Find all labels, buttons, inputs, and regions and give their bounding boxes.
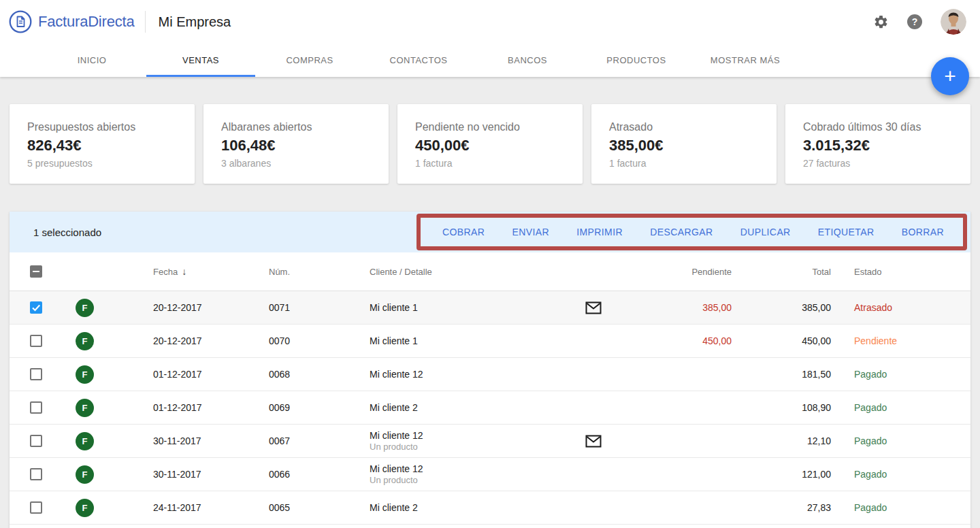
action-cobrar[interactable]: COBRAR bbox=[441, 222, 486, 242]
column-pendiente[interactable]: Pendiente bbox=[614, 267, 732, 277]
envelope-icon bbox=[585, 301, 602, 314]
row-estado: Pagado bbox=[831, 469, 970, 480]
row-total: 12,10 bbox=[732, 435, 831, 446]
column-fecha[interactable]: Fecha↓ bbox=[114, 266, 230, 277]
summary-card[interactable]: Albaranes abiertos 106,48€ 3 albaranes bbox=[203, 104, 389, 184]
tab-bancos[interactable]: BANCOS bbox=[473, 44, 582, 77]
factura-badge-icon: F bbox=[76, 432, 94, 450]
row-fecha: 20-12-2017 bbox=[114, 302, 230, 313]
brand-logo[interactable]: FacturaDirecta bbox=[9, 10, 134, 33]
row-cliente: Mi cliente 12 bbox=[370, 369, 573, 380]
table-row[interactable]: F30-11-20170067Mi cliente 12Un producto1… bbox=[10, 425, 970, 458]
summary-card[interactable]: Cobrado últimos 30 días 3.015,32€ 27 fac… bbox=[785, 104, 970, 184]
indeterminate-icon bbox=[33, 271, 39, 272]
table-row-partial[interactable]: F bbox=[10, 525, 970, 528]
table-row[interactable]: F20-12-20170070Mi cliente 1450,00450,00P… bbox=[10, 325, 970, 358]
row-fecha: 30-11-2017 bbox=[114, 469, 230, 480]
card-value: 106,48€ bbox=[221, 137, 371, 154]
help-button[interactable]: ? bbox=[906, 14, 923, 30]
summary-card[interactable]: Pendiente no vencido 450,00€ 1 factura bbox=[397, 104, 583, 184]
factura-badge-icon: F bbox=[76, 299, 94, 317]
row-checkbox[interactable] bbox=[30, 335, 42, 347]
row-num: 0067 bbox=[230, 435, 331, 446]
invoices-panel: 1 seleccionado COBRARENVIARIMPRIMIRDESCA… bbox=[10, 212, 970, 528]
row-checkbox[interactable] bbox=[30, 368, 42, 380]
column-num[interactable]: Núm. bbox=[230, 267, 331, 277]
row-estado: Pagado bbox=[831, 402, 970, 413]
gear-icon bbox=[873, 14, 889, 30]
row-num: 0068 bbox=[230, 369, 331, 380]
row-pendiente: 450,00 bbox=[614, 335, 732, 346]
table-row[interactable]: F20-12-20170071Mi cliente 1385,00385,00A… bbox=[10, 291, 970, 325]
top-bar: FacturaDirecta Mi Empresa ? bbox=[0, 0, 980, 44]
row-num: 0069 bbox=[230, 402, 331, 413]
settings-button[interactable] bbox=[872, 14, 889, 30]
tab-contactos[interactable]: CONTACTOS bbox=[364, 44, 473, 77]
brand-name: FacturaDirecta bbox=[38, 13, 134, 31]
row-num: 0070 bbox=[230, 335, 331, 346]
tab-ventas[interactable]: VENTAS bbox=[146, 44, 255, 77]
annotation-highlight-box: COBRARENVIARIMPRIMIRDESCARGARDUPLICARETI… bbox=[416, 214, 967, 250]
card-subtitle: 3 albaranes bbox=[221, 158, 371, 169]
table-row[interactable]: F30-11-20170066Mi cliente 12Un producto1… bbox=[10, 458, 970, 491]
factura-badge-icon: F bbox=[76, 399, 94, 417]
card-value: 3.015,32€ bbox=[803, 137, 953, 154]
row-estado: Pendiente bbox=[831, 335, 970, 346]
action-duplicar[interactable]: DUPLICAR bbox=[739, 222, 792, 242]
factura-badge-icon: F bbox=[76, 365, 94, 384]
plus-icon: + bbox=[944, 65, 956, 88]
row-total: 181,50 bbox=[732, 369, 831, 380]
row-checkbox[interactable] bbox=[30, 401, 42, 414]
row-cliente: Mi cliente 2 bbox=[370, 502, 573, 514]
action-enviar[interactable]: ENVIAR bbox=[510, 222, 551, 242]
card-title: Pendiente no vencido bbox=[415, 121, 565, 133]
select-all-checkbox[interactable] bbox=[30, 265, 42, 278]
row-checkbox[interactable] bbox=[30, 501, 42, 514]
row-pendiente: 385,00 bbox=[614, 302, 732, 313]
column-estado[interactable]: Estado bbox=[831, 267, 970, 277]
company-name: Mi Empresa bbox=[158, 14, 231, 30]
column-total[interactable]: Total bbox=[732, 267, 831, 277]
card-subtitle: 1 factura bbox=[415, 158, 565, 169]
summary-cards: Presupuestos abiertos 826,43€ 5 presupue… bbox=[10, 104, 970, 184]
tab-compras[interactable]: COMPRAS bbox=[255, 44, 364, 77]
column-cliente[interactable]: Cliente / Detalle bbox=[331, 267, 573, 277]
table-row[interactable]: F01-12-20170068Mi cliente 12181,50Pagado bbox=[10, 358, 970, 391]
row-total: 450,00 bbox=[732, 335, 831, 346]
document-icon bbox=[9, 10, 32, 33]
tab-productos[interactable]: PRODUCTOS bbox=[582, 44, 691, 77]
card-title: Presupuestos abiertos bbox=[27, 121, 177, 133]
help-icon: ? bbox=[907, 14, 922, 29]
row-cliente: Mi cliente 1 bbox=[370, 335, 573, 347]
action-descargar[interactable]: DESCARGAR bbox=[649, 222, 714, 242]
card-subtitle: 1 factura bbox=[609, 158, 759, 169]
table-body: F20-12-20170071Mi cliente 1385,00385,00A… bbox=[10, 291, 970, 528]
add-new-fab[interactable]: + bbox=[931, 57, 969, 95]
row-cliente: Mi cliente 2 bbox=[370, 402, 573, 414]
action-imprimir[interactable]: IMPRIMIR bbox=[575, 222, 624, 242]
row-checkbox[interactable] bbox=[30, 468, 42, 480]
action-etiquetar[interactable]: ETIQUETAR bbox=[817, 222, 876, 242]
summary-card[interactable]: Presupuestos abiertos 826,43€ 5 presupue… bbox=[10, 104, 195, 184]
row-fecha: 24-11-2017 bbox=[114, 502, 230, 513]
tab-mostrar-mas[interactable]: MOSTRAR MÁS bbox=[691, 44, 800, 77]
row-total: 385,00 bbox=[732, 302, 831, 313]
header-actions: ? bbox=[872, 9, 966, 35]
card-title: Albaranes abiertos bbox=[221, 121, 371, 133]
table-row[interactable]: F01-12-20170069Mi cliente 2108,90Pagado bbox=[10, 391, 970, 425]
row-detalle: Un producto bbox=[370, 475, 573, 486]
action-borrar[interactable]: BORRAR bbox=[900, 222, 945, 242]
card-value: 385,00€ bbox=[609, 137, 759, 154]
row-estado: Atrasado bbox=[831, 302, 970, 313]
card-title: Atrasado bbox=[609, 121, 759, 133]
tab-inicio[interactable]: INICIO bbox=[37, 44, 146, 77]
main-nav: INICIO VENTAS COMPRAS CONTACTOS BANCOS P… bbox=[0, 44, 980, 77]
row-checkbox[interactable] bbox=[30, 301, 42, 314]
row-detalle: Un producto bbox=[370, 442, 573, 452]
card-title: Cobrado últimos 30 días bbox=[803, 121, 953, 133]
user-avatar[interactable] bbox=[941, 9, 966, 35]
card-value: 450,00€ bbox=[415, 137, 565, 154]
table-row[interactable]: F24-11-20170065Mi cliente 227,83Pagado bbox=[10, 491, 970, 525]
row-checkbox[interactable] bbox=[30, 435, 42, 447]
summary-card[interactable]: Atrasado 385,00€ 1 factura bbox=[591, 104, 777, 184]
